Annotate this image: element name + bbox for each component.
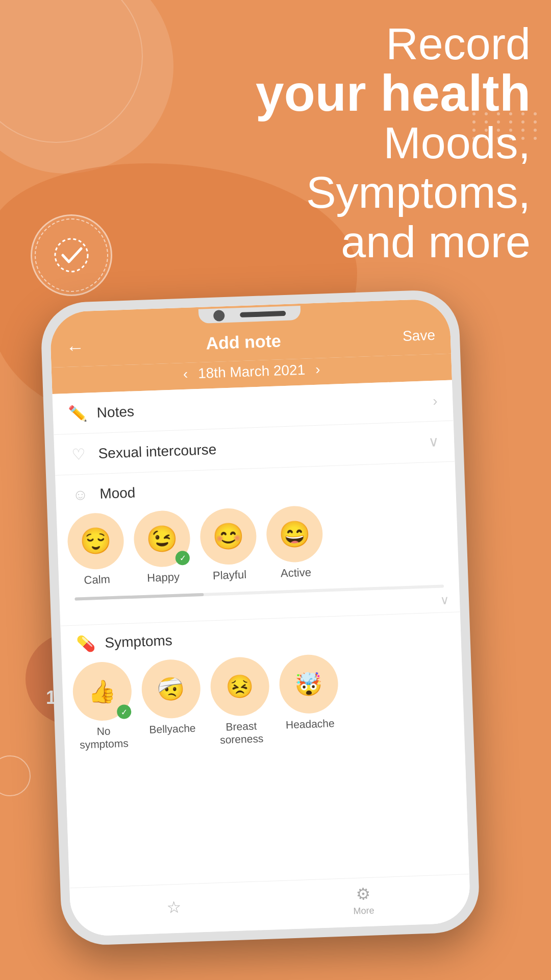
symptoms-icon: 💊 bbox=[76, 634, 95, 652]
phone-mockup: ← Add note Save ‹ 18th March 2021 › ✏️ N… bbox=[40, 289, 480, 946]
bg-circle-top-left bbox=[0, 0, 173, 174]
symptom-check-no-symptoms: ✓ bbox=[117, 704, 132, 719]
mood-item-active[interactable]: 😄 Active bbox=[265, 505, 324, 581]
svg-point-0 bbox=[55, 239, 88, 272]
symptom-label-headache: Headache bbox=[286, 717, 335, 731]
hero-line4: Symptoms, bbox=[256, 168, 531, 217]
mood-circle-playful: 😊 bbox=[199, 507, 258, 566]
hero-line3: Moods, bbox=[256, 118, 531, 168]
gear-icon: ⚙ bbox=[356, 884, 371, 904]
symptom-label-breast-soreness: Breastsoreness bbox=[219, 719, 264, 746]
phone-frame: ← Add note Save ‹ 18th March 2021 › ✏️ N… bbox=[40, 289, 480, 946]
mood-label-calm: Calm bbox=[84, 573, 110, 587]
bg-circle-bottom bbox=[0, 755, 31, 796]
content-spacer bbox=[65, 748, 469, 888]
symptom-item-headache[interactable]: 🤯 Headache bbox=[279, 654, 340, 731]
tab-more-label: More bbox=[353, 905, 374, 917]
symptom-circle-no-symptoms: 👍 ✓ bbox=[72, 661, 133, 722]
symptom-item-no-symptoms[interactable]: 👍 ✓ Nosymptoms bbox=[72, 661, 134, 751]
mood-collapse-chevron[interactable]: ∨ bbox=[440, 593, 450, 607]
mood-label-happy: Happy bbox=[147, 570, 180, 584]
sexual-label: Sexual intercourse bbox=[98, 434, 418, 462]
symptom-label-no-symptoms: Nosymptoms bbox=[79, 724, 129, 751]
save-button[interactable]: Save bbox=[403, 327, 436, 345]
front-camera bbox=[213, 310, 225, 322]
phone-speaker bbox=[240, 311, 286, 317]
prev-date-button[interactable]: ‹ bbox=[183, 366, 188, 382]
phone-screen: ← Add note Save ‹ 18th March 2021 › ✏️ N… bbox=[49, 299, 471, 937]
mood-circle-calm: 😌 bbox=[67, 512, 125, 570]
mood-item-happy[interactable]: 😉 ✓ Happy bbox=[133, 510, 192, 585]
mood-section: ☺ Mood 😌 Calm 😉 ✓ bbox=[55, 461, 460, 626]
mood-item-playful[interactable]: 😊 Playful bbox=[199, 507, 258, 583]
symptoms-items: 👍 ✓ Nosymptoms 🤕 Bellyache 😣 bbox=[62, 644, 465, 762]
symptom-item-breast-soreness[interactable]: 😣 Breastsoreness bbox=[210, 656, 271, 747]
mood-label-active: Active bbox=[281, 566, 312, 580]
app-title: Add note bbox=[206, 331, 282, 353]
mood-item-calm[interactable]: 😌 Calm bbox=[67, 512, 126, 587]
hero-line1: Record bbox=[256, 20, 531, 67]
check-badge bbox=[31, 214, 112, 296]
mood-icon: ☺ bbox=[71, 486, 90, 504]
mood-items: 😌 Calm 😉 ✓ Happy bbox=[56, 495, 459, 598]
hero-line2: your health bbox=[256, 67, 531, 118]
notes-label: Notes bbox=[96, 393, 422, 421]
symptom-item-bellyache[interactable]: 🤕 Bellyache bbox=[141, 658, 202, 736]
mood-circle-happy: 😉 ✓ bbox=[133, 510, 191, 568]
star-icon: ☆ bbox=[166, 897, 182, 917]
next-date-button[interactable]: › bbox=[315, 361, 320, 378]
back-button[interactable]: ← bbox=[66, 337, 85, 359]
symptom-circle-headache: 🤯 bbox=[279, 654, 339, 715]
notes-icon: ✏️ bbox=[68, 404, 87, 423]
bg-circle-inner bbox=[0, 0, 143, 143]
symptom-circle-breast-soreness: 😣 bbox=[210, 656, 270, 717]
hero-text: Record your health Moods, Symptoms, and … bbox=[256, 20, 531, 267]
mood-label-playful: Playful bbox=[213, 568, 247, 582]
symptoms-section: 💊 Symptoms 👍 ✓ Nosymptoms bbox=[60, 612, 465, 762]
hero-line5: and more bbox=[256, 217, 531, 267]
sexual-icon: ♡ bbox=[69, 445, 88, 463]
notes-arrow: › bbox=[433, 393, 438, 409]
symptom-circle-bellyache: 🤕 bbox=[141, 658, 202, 719]
tab-home[interactable]: ☆ bbox=[166, 897, 182, 917]
symptom-label-bellyache: Bellyache bbox=[149, 722, 196, 736]
app-content: ✏️ Notes › ♡ Sexual intercourse ∨ ☺ Mood bbox=[52, 380, 471, 937]
mood-circle-active: 😄 bbox=[265, 505, 323, 564]
check-icon bbox=[54, 237, 89, 273]
tab-more[interactable]: ⚙ More bbox=[353, 884, 374, 917]
mood-check-happy: ✓ bbox=[175, 551, 190, 566]
sexual-chevron: ∨ bbox=[428, 433, 439, 451]
current-date: 18th March 2021 bbox=[198, 362, 306, 382]
